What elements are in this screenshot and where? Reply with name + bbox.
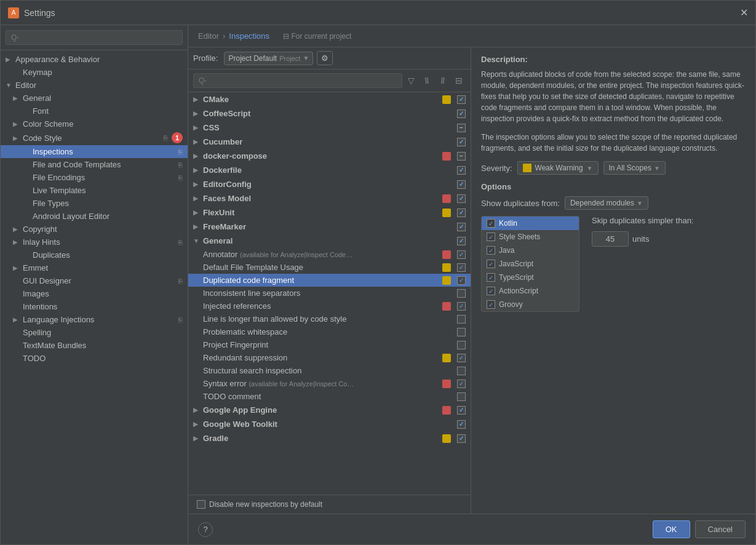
- group-faces-model[interactable]: ▶ Faces Model: [188, 191, 471, 205]
- check-google-web[interactable]: [457, 420, 466, 429]
- item-inconsistent-line[interactable]: Inconsistent line separators: [188, 287, 471, 300]
- filter-button[interactable]: ▽: [405, 74, 418, 87]
- check-syntax-error[interactable]: [457, 380, 466, 388]
- check-structural-search[interactable]: [457, 367, 466, 375]
- check-css[interactable]: [457, 124, 466, 132]
- sidebar-item-editor[interactable]: ▼ Editor: [1, 79, 188, 92]
- sidebar-item-inlay-hints[interactable]: ▶ Inlay Hints ⎘: [1, 236, 188, 249]
- check-flexunit[interactable]: [457, 209, 466, 217]
- check-coffeescript[interactable]: [457, 109, 466, 118]
- group-google-app-engine[interactable]: ▶ Google App Engine: [188, 403, 471, 417]
- check-annotator[interactable]: [457, 250, 466, 259]
- ok-button[interactable]: OK: [653, 520, 690, 538]
- expand-all-button[interactable]: ⥮: [420, 74, 434, 87]
- sidebar-item-keymap[interactable]: Keymap: [1, 66, 188, 79]
- dep-modules-select[interactable]: Depended modules ▼: [565, 196, 648, 210]
- lang-item-java[interactable]: Java: [482, 244, 579, 257]
- group-freemaker[interactable]: ▶ FreeMarker: [188, 220, 471, 234]
- check-default-file-template[interactable]: [457, 263, 466, 272]
- sidebar-item-android-layout[interactable]: Android Layout Editor: [1, 210, 188, 223]
- check-inconsistent-line[interactable]: [457, 289, 466, 298]
- lang-check-javascript[interactable]: [487, 260, 495, 268]
- lang-check-style-sheets[interactable]: [487, 233, 495, 241]
- item-project-fingerprint[interactable]: Project Fingerprint: [188, 338, 471, 351]
- scope-select[interactable]: In All Scopes ▼: [603, 161, 666, 175]
- group-css[interactable]: ▶ CSS: [188, 121, 471, 135]
- item-duplicated-code[interactable]: Duplicated code fragment: [188, 274, 471, 287]
- check-gradle[interactable]: [457, 434, 466, 443]
- check-todo-comment[interactable]: [457, 392, 466, 401]
- sidebar-search-input[interactable]: [6, 30, 183, 45]
- lang-check-kotlin[interactable]: [487, 219, 495, 228]
- lang-check-java[interactable]: [487, 246, 495, 255]
- sidebar-item-general[interactable]: ▶ General: [1, 92, 188, 105]
- lang-item-style-sheets[interactable]: Style Sheets: [482, 230, 579, 244]
- check-editorconfig[interactable]: [457, 180, 466, 189]
- item-line-longer[interactable]: Line is longer than allowed by code styl…: [188, 312, 471, 325]
- sidebar-item-inspections[interactable]: Inspections ⎘: [1, 145, 188, 158]
- group-editorconfig[interactable]: ▶ EditorConfig: [188, 177, 471, 191]
- check-duplicated-code[interactable]: [457, 276, 466, 285]
- sidebar-item-images[interactable]: Images: [1, 287, 188, 300]
- group-google-web[interactable]: ▶ Google Web Toolkit: [188, 417, 471, 431]
- sidebar-item-duplicates[interactable]: Duplicates: [1, 249, 188, 261]
- lang-item-groovy[interactable]: Groovy: [482, 298, 579, 311]
- check-faces-model[interactable]: [457, 194, 466, 203]
- collapse-all-button[interactable]: ⥯: [436, 74, 450, 87]
- item-redundant-suppression[interactable]: Redundant suppression: [188, 351, 471, 364]
- group-cmake[interactable]: ▶ CMake: [188, 92, 471, 106]
- sidebar-item-textmate[interactable]: TextMate Bundles: [1, 339, 188, 352]
- profile-gear-button[interactable]: ⚙: [317, 51, 333, 65]
- sidebar-item-color-scheme[interactable]: ▶ Color Scheme: [1, 117, 188, 130]
- help-button[interactable]: ?: [198, 522, 213, 537]
- lang-check-typescript[interactable]: [487, 273, 495, 282]
- profile-select[interactable]: Project Default Project ▼: [224, 52, 313, 65]
- sidebar-item-file-code-templates[interactable]: File and Code Templates ⎘: [1, 158, 188, 171]
- sidebar-item-code-style[interactable]: ▶ Code Style ⎘ 1: [1, 130, 188, 145]
- check-cucumber[interactable]: [457, 138, 466, 146]
- sidebar-item-file-types[interactable]: File Types: [1, 197, 188, 210]
- sidebar-item-todo[interactable]: TODO: [1, 352, 188, 365]
- group-general[interactable]: ▼ General: [188, 234, 471, 248]
- item-default-file-template[interactable]: Default File Template Usage: [188, 261, 471, 274]
- check-line-longer[interactable]: [457, 315, 466, 324]
- check-google-app[interactable]: [457, 406, 466, 415]
- layout-button[interactable]: ⊟: [452, 74, 466, 87]
- sidebar-item-appearance[interactable]: ▶ Appearance & Behavior: [1, 53, 188, 66]
- sidebar-item-font[interactable]: Font: [1, 105, 188, 117]
- lang-check-groovy[interactable]: [487, 300, 495, 309]
- sidebar-item-file-encodings[interactable]: File Encodings ⎘: [1, 171, 188, 184]
- skip-value-input[interactable]: [592, 231, 629, 247]
- sidebar-item-language-injections[interactable]: ▶ Language Injections ⎘: [1, 313, 188, 326]
- group-flexunit[interactable]: ▶ FlexUnit: [188, 205, 471, 220]
- severity-select[interactable]: Weak Warning ▼: [517, 161, 599, 175]
- check-project-fingerprint[interactable]: [457, 341, 466, 349]
- check-problematic-whitespace[interactable]: [457, 328, 466, 336]
- check-freemaker[interactable]: [457, 223, 466, 231]
- cancel-button[interactable]: Cancel: [695, 520, 746, 538]
- group-gradle[interactable]: ▶ Gradle: [188, 431, 471, 445]
- group-coffeescript[interactable]: ▶ CoffeeScript: [188, 106, 471, 121]
- item-todo-comment[interactable]: TODO comment: [188, 390, 471, 403]
- close-button[interactable]: ✕: [740, 7, 748, 18]
- sidebar-item-live-templates[interactable]: Live Templates: [1, 184, 188, 197]
- check-injected-references[interactable]: [457, 302, 466, 311]
- check-disable-new[interactable]: [197, 500, 205, 509]
- sidebar-item-copyright[interactable]: ▶ Copyright: [1, 223, 188, 236]
- lang-item-javascript[interactable]: JavaScript: [482, 257, 579, 271]
- check-redundant-suppression[interactable]: [457, 354, 466, 362]
- sidebar-item-spelling[interactable]: Spelling: [1, 326, 188, 339]
- lang-item-actionscript[interactable]: ActionScript: [482, 284, 579, 298]
- check-docker-compose[interactable]: [457, 152, 466, 161]
- sidebar-item-emmet[interactable]: ▶ Emmet: [1, 261, 188, 274]
- item-syntax-error[interactable]: Syntax error (available for Analyze|Insp…: [188, 377, 471, 390]
- group-docker-compose[interactable]: ▶ docker-compose: [188, 149, 471, 163]
- lang-item-typescript[interactable]: TypeScript: [482, 271, 579, 284]
- inspections-search-input[interactable]: [193, 73, 402, 88]
- item-structural-search[interactable]: Structural search inspection: [188, 364, 471, 377]
- lang-check-actionscript[interactable]: [487, 287, 495, 295]
- sidebar-item-intentions[interactable]: Intentions: [1, 300, 188, 313]
- item-injected-references[interactable]: Injected references: [188, 300, 471, 312]
- check-dockerfile[interactable]: [457, 166, 466, 175]
- item-annotator[interactable]: Annotator (available for Analyze|Inspect…: [188, 248, 471, 261]
